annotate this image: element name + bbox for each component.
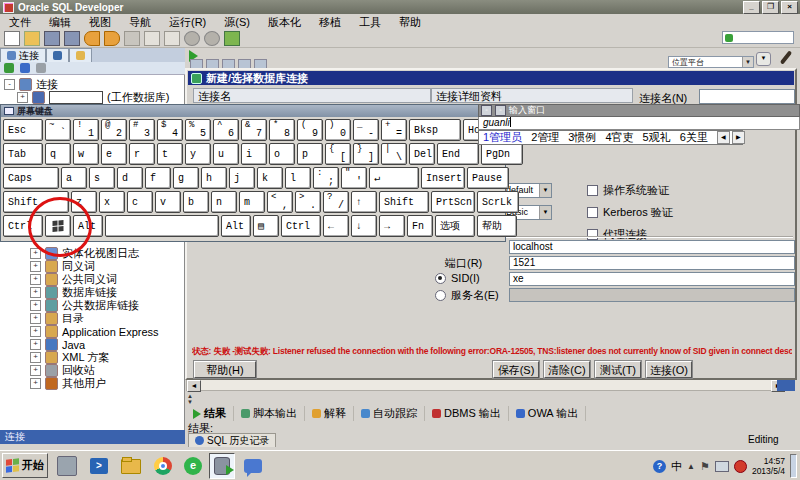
ime-restore-icon[interactable]: ▫ <box>495 105 506 116</box>
key-Fn[interactable]: Fn <box>407 215 433 237</box>
prev-page-icon[interactable]: ◀ <box>717 131 730 144</box>
key-`[interactable]: ~` <box>45 119 71 141</box>
key-arrow-down[interactable]: ↓ <box>351 215 377 237</box>
cut-icon[interactable] <box>124 31 140 46</box>
connection-name-input[interactable] <box>699 89 795 104</box>
key-a[interactable]: a <box>61 167 87 189</box>
taskbar-explorer-icon[interactable] <box>118 453 144 479</box>
paste-icon[interactable] <box>164 31 180 46</box>
key-9[interactable]: (9 <box>297 119 323 141</box>
key-s[interactable]: s <box>89 167 115 189</box>
ime-candidate[interactable]: 1管理员 <box>483 130 522 145</box>
network-icon[interactable] <box>715 461 729 472</box>
taskbar-powershell-icon[interactable]: > <box>86 453 112 479</box>
key-q[interactable]: q <box>45 143 71 165</box>
key-v[interactable]: v <box>155 191 181 213</box>
key-5[interactable]: %5 <box>185 119 211 141</box>
key-r[interactable]: r <box>129 143 155 165</box>
new-icon[interactable] <box>4 31 20 46</box>
close-icon[interactable]: × <box>781 1 798 14</box>
key--[interactable]: _- <box>353 119 379 141</box>
menu-item[interactable]: 视图 <box>80 14 120 30</box>
key-End[interactable]: End <box>437 143 479 165</box>
connection-name-edit[interactable] <box>49 91 103 104</box>
minimize-icon[interactable]: _ <box>743 1 760 14</box>
expand-icon[interactable]: + <box>30 274 41 285</box>
alert-tray-icon[interactable] <box>734 460 747 473</box>
key-PrtScn[interactable]: PrtScn <box>431 191 475 213</box>
key-backspace[interactable]: Bksp <box>409 119 461 141</box>
dropdown-button[interactable]: ▼ <box>756 52 771 66</box>
key-.[interactable]: >. <box>295 191 321 213</box>
menu-item[interactable]: 编辑 <box>40 14 80 30</box>
ime-minimize-icon[interactable]: ▫ <box>481 105 492 116</box>
key-h[interactable]: h <box>201 167 227 189</box>
menu-item[interactable]: 工具 <box>350 14 390 30</box>
menu-item[interactable]: 版本化 <box>259 14 310 30</box>
key-shift-right[interactable]: Shift <box>379 191 429 213</box>
key-k[interactable]: k <box>257 167 283 189</box>
key-i[interactable]: i <box>241 143 267 165</box>
key-o[interactable]: o <box>269 143 295 165</box>
hostname-input[interactable]: localhost <box>509 240 795 254</box>
key-w[interactable]: w <box>73 143 99 165</box>
key-,[interactable]: <, <box>267 191 293 213</box>
help-tray-icon[interactable]: ? <box>653 460 666 473</box>
taskbar-chrome-icon[interactable] <box>150 453 176 479</box>
tree-item[interactable]: +目录 <box>30 312 84 325</box>
key-Tab[interactable]: Tab <box>3 143 43 165</box>
menu-item[interactable]: 帮助 <box>390 14 430 30</box>
test-button[interactable]: 测试(T) <box>595 361 641 378</box>
port-input[interactable]: 1521 <box>509 256 795 270</box>
tab-reports[interactable] <box>46 48 69 62</box>
key-4[interactable]: $4 <box>157 119 183 141</box>
menu-item[interactable]: 文件 <box>0 14 40 30</box>
key-enter[interactable]: ↵ <box>369 167 419 189</box>
expand-icon[interactable]: + <box>30 313 41 324</box>
collapse-icon[interactable]: - <box>4 79 15 90</box>
key-e[interactable]: e <box>101 143 127 165</box>
save-all-icon[interactable] <box>64 31 80 46</box>
open-icon[interactable] <box>24 31 40 46</box>
key-t[interactable]: t <box>157 143 183 165</box>
key-Insert[interactable]: Insert <box>421 167 465 189</box>
key-arrow-right[interactable]: → <box>379 215 405 237</box>
key-3[interactable]: #3 <box>129 119 155 141</box>
tab-connections[interactable]: 连接 <box>0 48 46 62</box>
ime-indicator[interactable]: 中 <box>671 459 682 474</box>
show-hidden-icons[interactable]: ▲ <box>687 462 695 471</box>
ime-candidate[interactable]: 3惯例 <box>568 130 596 145</box>
key-j[interactable]: j <box>229 167 255 189</box>
expand-icon[interactable]: + <box>30 287 41 298</box>
key-arrow-left[interactable]: ← <box>323 215 349 237</box>
ime-candidate[interactable]: 2管理 <box>531 130 559 145</box>
ime-candidate[interactable]: 4官吏 <box>605 130 633 145</box>
menu-item[interactable]: 运行(R) <box>160 14 215 30</box>
key-PgDn[interactable]: PgDn <box>481 143 523 165</box>
expand-icon[interactable]: + <box>30 352 41 363</box>
undo-icon[interactable] <box>84 31 100 46</box>
key-[[interactable]: {[ <box>325 143 351 165</box>
tab-sql-history[interactable]: SQL 历史记录 <box>188 433 276 447</box>
ime-candidate[interactable]: 5观礼 <box>643 130 671 145</box>
key-d[interactable]: d <box>117 167 143 189</box>
key-x[interactable]: x <box>99 191 125 213</box>
expand-icon[interactable]: + <box>30 300 41 311</box>
key-help[interactable]: 帮助 <box>477 215 517 237</box>
key-f[interactable]: f <box>145 167 171 189</box>
key-l[interactable]: l <box>285 167 311 189</box>
ime-candidate[interactable]: 6关里 <box>680 130 708 145</box>
key-/[interactable]: ?/ <box>323 191 349 213</box>
expand-icon[interactable]: + <box>17 92 28 103</box>
key-8[interactable]: *8 <box>269 119 295 141</box>
show-desktop-button[interactable] <box>790 454 797 478</box>
expand-icon[interactable]: + <box>30 326 41 337</box>
ime-composition[interactable]: guanli <box>478 117 800 130</box>
connect-button[interactable]: 连接(O) <box>646 361 692 378</box>
key-c[interactable]: c <box>127 191 153 213</box>
help-button[interactable]: 帮助(H) <box>194 361 256 378</box>
copy-icon[interactable] <box>144 31 160 46</box>
result-tab[interactable]: 脚本输出 <box>234 406 305 421</box>
key-1[interactable]: !1 <box>73 119 99 141</box>
tree-root-connections[interactable]: - 连接 <box>4 78 58 91</box>
